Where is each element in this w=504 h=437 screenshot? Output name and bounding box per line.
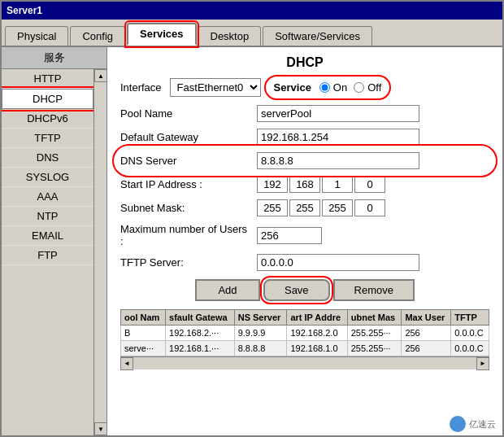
table-row[interactable]: B 192.168.2.··· 9.9.9.9 192.168.2.0 255.… (121, 326, 489, 341)
default-gateway-row: Default Gateway (120, 129, 489, 146)
pool-name-input[interactable] (257, 105, 419, 122)
tftp-server-input[interactable] (257, 254, 419, 271)
sidebar-item-ntp[interactable]: NTP (2, 207, 93, 226)
subnet-mask-label: Subnet Mask: (120, 202, 250, 214)
tab-desktop[interactable]: Desktop (198, 26, 262, 46)
interface-label: Interface (120, 81, 162, 94)
cell-max-users-1: 256 (402, 326, 451, 341)
table-scroll-area: ool Nam sfault Gatewa NS Server art IP A… (120, 309, 489, 356)
col-pool: ool Nam (121, 310, 166, 326)
sidebar-item-dns[interactable]: DNS (2, 148, 93, 168)
subnet-4[interactable] (354, 199, 385, 216)
sidebar-header: 服务 (2, 47, 106, 69)
scroll-right-btn[interactable]: ► (476, 357, 489, 370)
sidebar-item-http[interactable]: HTTP (2, 69, 93, 89)
radio-off[interactable]: Off (354, 81, 381, 94)
start-ip-fields (257, 176, 385, 193)
start-ip-1[interactable] (257, 176, 288, 193)
cell-subnet-1: 255.255··· (347, 326, 402, 341)
sidebar-item-ftp[interactable]: FTP (2, 246, 93, 265)
tab-bar: Physical Config Services Desktop Softwar… (2, 20, 502, 47)
max-users-label: Maximum number of Users : (120, 223, 250, 247)
radio-on-input[interactable] (319, 82, 330, 93)
cell-start-ip-1: 192.168.2.0 (287, 326, 347, 341)
default-gateway-label: Default Gateway (120, 131, 250, 143)
cell-start-ip-2: 192.168.1.0 (287, 341, 347, 356)
max-users-input[interactable] (257, 227, 322, 244)
start-ip-row: Start IP Address : (120, 176, 489, 193)
tftp-server-row: TFTP Server: (120, 254, 489, 271)
dns-server-input[interactable] (257, 152, 419, 169)
table-wrapper: ool Nam sfault Gatewa NS Server art IP A… (120, 309, 489, 369)
save-button[interactable]: Save (263, 279, 330, 301)
content-title: DHCP (120, 55, 489, 70)
add-button[interactable]: Add (195, 279, 260, 301)
scroll-down-btn[interactable]: ▼ (94, 422, 107, 435)
start-ip-2[interactable] (289, 176, 320, 193)
dns-server-row: DNS Server (120, 152, 489, 169)
sidebar: 服务 HTTP DHCP DHCPv6 TFTP DNS SYSLOG AAA … (2, 47, 107, 435)
title-bar: Server1 (2, 2, 502, 20)
remove-button[interactable]: Remove (333, 279, 415, 301)
sidebar-list: HTTP DHCP DHCPv6 TFTP DNS SYSLOG AAA NTP… (2, 69, 93, 435)
subnet-mask-row: Subnet Mask: (120, 199, 489, 216)
col-gateway: sfault Gatewa (166, 310, 235, 326)
radio-on[interactable]: On (319, 81, 347, 94)
subnet-3[interactable] (322, 199, 353, 216)
radio-group: On Off (319, 81, 381, 94)
pool-name-label: Pool Name (120, 107, 250, 120)
col-max-users: Max User (402, 310, 451, 326)
sidebar-item-aaa[interactable]: AAA (2, 187, 93, 207)
button-row: Add Save Remove (120, 279, 489, 301)
table-row[interactable]: serve··· 192.168.1.··· 8.8.8.8 192.168.1… (121, 341, 489, 356)
start-ip-4[interactable] (354, 176, 385, 193)
pool-name-row: Pool Name (120, 105, 489, 122)
cell-tftp-1: 0.0.0.C (451, 326, 489, 341)
cell-dns-1: 9.9.9.9 (234, 326, 287, 341)
sidebar-item-email[interactable]: EMAIL (2, 226, 93, 246)
main-content: 服务 HTTP DHCP DHCPv6 TFTP DNS SYSLOG AAA … (2, 47, 502, 435)
start-ip-3[interactable] (322, 176, 353, 193)
h-scrollbar[interactable]: ◄ ► (120, 356, 489, 369)
sidebar-item-dhcp[interactable]: DHCP (2, 89, 93, 109)
service-group: Service On Off (269, 80, 387, 95)
cell-pool-1: B (121, 326, 166, 341)
cell-pool-2: serve··· (121, 341, 166, 356)
table-container: ool Nam sfault Gatewa NS Server art IP A… (120, 309, 489, 356)
tftp-server-label: TFTP Server: (120, 256, 250, 269)
watermark-text: 亿速云 (469, 418, 496, 430)
watermark: 亿速云 (450, 416, 496, 432)
scroll-up-btn[interactable]: ▲ (94, 69, 107, 82)
start-ip-label: Start IP Address : (120, 178, 250, 190)
cell-gateway-2: 192.168.1.··· (166, 341, 235, 356)
subnet-1[interactable] (257, 199, 288, 216)
scroll-left-btn[interactable]: ◄ (120, 357, 133, 370)
cell-dns-2: 8.8.8.8 (234, 341, 287, 356)
max-users-row: Maximum number of Users : (120, 223, 489, 247)
sidebar-item-dhcpv6[interactable]: DHCPv6 (2, 109, 93, 129)
tab-config[interactable]: Config (70, 26, 125, 46)
interface-row: Interface FastEthernet0 Service On Off (120, 78, 489, 97)
col-subnet: ubnet Mas (347, 310, 402, 326)
subnet-2[interactable] (289, 199, 320, 216)
subnet-mask-fields (257, 199, 385, 216)
col-tftp: TFTP (451, 310, 489, 326)
watermark-icon (450, 416, 466, 432)
data-table: ool Nam sfault Gatewa NS Server art IP A… (120, 309, 489, 356)
sidebar-item-syslog[interactable]: SYSLOG (2, 168, 93, 187)
dns-server-label: DNS Server (120, 155, 250, 167)
radio-off-input[interactable] (354, 82, 364, 93)
col-dns: NS Server (234, 310, 287, 326)
cell-max-users-2: 256 (402, 341, 451, 356)
default-gateway-input[interactable] (257, 129, 419, 146)
sidebar-scrollbar[interactable]: ▲ ▼ (93, 69, 106, 435)
col-start-ip: art IP Addre (287, 310, 347, 326)
window-title: Server1 (7, 5, 42, 16)
tab-software-services[interactable]: Software/Services (263, 26, 372, 46)
sidebar-item-tftp[interactable]: TFTP (2, 129, 93, 148)
tab-physical[interactable]: Physical (5, 26, 68, 46)
service-label: Service (274, 81, 311, 94)
cell-tftp-2: 0.0.0.C (451, 341, 489, 356)
interface-select[interactable]: FastEthernet0 (170, 78, 261, 97)
tab-services[interactable]: Services (127, 23, 197, 46)
